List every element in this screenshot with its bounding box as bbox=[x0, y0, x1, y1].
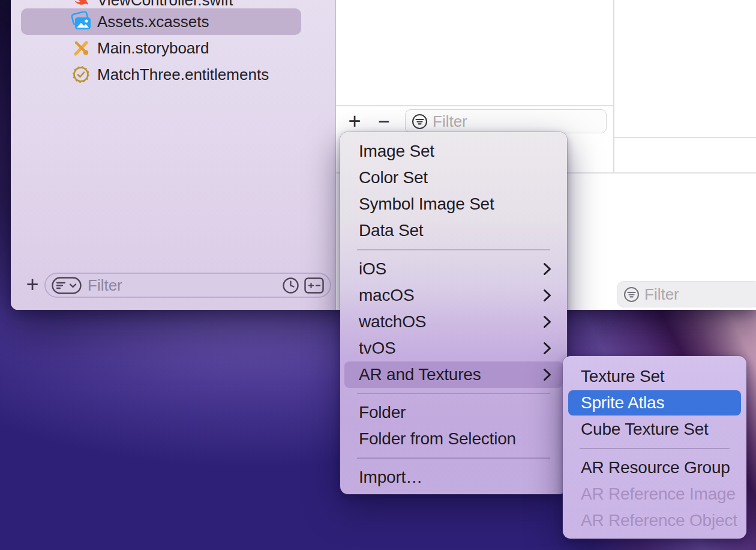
filter-funnel-icon bbox=[623, 286, 640, 303]
screenshot-root: { "sidebar": { "files": [ { "name": "Vie… bbox=[0, 0, 756, 550]
recent-files-clock-icon[interactable] bbox=[282, 277, 299, 294]
desktop-wallpaper-left-strip bbox=[0, 0, 11, 324]
add-asset-context-menu: Image Set Color Set Symbol Image Set Dat… bbox=[340, 132, 567, 494]
menu-item-cube-texture-set[interactable]: Cube Texture Set bbox=[563, 416, 746, 443]
menu-item-watchos[interactable]: watchOS bbox=[340, 309, 567, 335]
menu-item-import[interactable]: Import… bbox=[340, 464, 567, 491]
filter-options-icon[interactable] bbox=[52, 277, 82, 294]
submenu-chevron-icon bbox=[543, 368, 551, 381]
submenu-chevron-icon bbox=[543, 315, 551, 328]
navigator-filter-input[interactable] bbox=[88, 276, 282, 295]
detail-pane-bottom-divider bbox=[614, 137, 756, 138]
menu-item-symbol-image-set[interactable]: Symbol Image Set bbox=[340, 191, 567, 217]
menu-item-ar-reference-image: AR Reference Image bbox=[563, 481, 746, 507]
menu-item-ar-resource-group[interactable]: AR Resource Group bbox=[563, 455, 746, 481]
add-asset-button[interactable]: + bbox=[346, 108, 364, 134]
submenu-chevron-icon bbox=[543, 342, 551, 355]
sidebar-divider[interactable] bbox=[335, 0, 336, 310]
navigator-filter-bar: + bbox=[11, 273, 335, 310]
navigator-filter-field[interactable] bbox=[44, 273, 331, 298]
detail-filter-field[interactable] bbox=[617, 281, 756, 307]
file-name: Assets.xcassets bbox=[97, 13, 209, 31]
menu-item-ar-and-textures[interactable]: AR and Textures bbox=[344, 361, 563, 388]
project-navigator: ViewController.swift Assets.xcassets bbox=[11, 0, 335, 310]
menu-item-folder[interactable]: Folder bbox=[340, 399, 567, 426]
asset-list-divider bbox=[336, 105, 613, 106]
remove-asset-button[interactable]: − bbox=[374, 108, 394, 134]
file-row-assets-xcassets[interactable]: Assets.xcassets bbox=[21, 8, 301, 35]
source-control-status-icon[interactable] bbox=[304, 277, 324, 294]
menu-separator bbox=[357, 249, 550, 250]
menu-item-ios[interactable]: iOS bbox=[340, 256, 567, 282]
asset-list-filter-field[interactable] bbox=[405, 109, 607, 133]
entitlements-icon bbox=[70, 64, 92, 85]
menu-separator bbox=[357, 393, 550, 394]
menu-item-data-set[interactable]: Data Set bbox=[340, 217, 567, 244]
file-row-matchthree-entitlements[interactable]: MatchThree.entitlements bbox=[21, 61, 301, 88]
menu-item-image-set[interactable]: Image Set bbox=[340, 138, 567, 165]
asset-catalog-icon bbox=[70, 11, 92, 32]
menu-separator bbox=[580, 448, 730, 449]
menu-item-texture-set[interactable]: Texture Set bbox=[563, 363, 746, 390]
menu-item-tvos[interactable]: tvOS bbox=[340, 335, 567, 361]
menu-item-sprite-atlas[interactable]: Sprite Atlas bbox=[568, 390, 741, 416]
menu-separator bbox=[357, 458, 550, 459]
menu-item-macos[interactable]: macOS bbox=[340, 282, 567, 309]
detail-pane-divider[interactable] bbox=[613, 0, 614, 172]
asset-list-filter-input[interactable] bbox=[433, 112, 600, 131]
menu-item-color-set[interactable]: Color Set bbox=[340, 165, 567, 191]
detail-filter-input[interactable] bbox=[644, 285, 754, 304]
file-name: MatchThree.entitlements bbox=[97, 65, 269, 84]
file-row-main-storyboard[interactable]: Main.storyboard bbox=[21, 35, 301, 61]
file-name: Main.storyboard bbox=[97, 39, 209, 58]
add-file-button[interactable]: + bbox=[24, 270, 41, 299]
submenu-chevron-icon bbox=[543, 262, 551, 276]
ar-and-textures-submenu: Texture Set Sprite Atlas Cube Texture Se… bbox=[563, 356, 746, 539]
storyboard-icon bbox=[70, 37, 92, 59]
menu-item-folder-from-selection[interactable]: Folder from Selection bbox=[340, 426, 567, 452]
submenu-chevron-icon bbox=[543, 289, 551, 302]
menu-item-ar-reference-object: AR Reference Object bbox=[563, 507, 746, 534]
filter-funnel-icon bbox=[412, 113, 428, 130]
